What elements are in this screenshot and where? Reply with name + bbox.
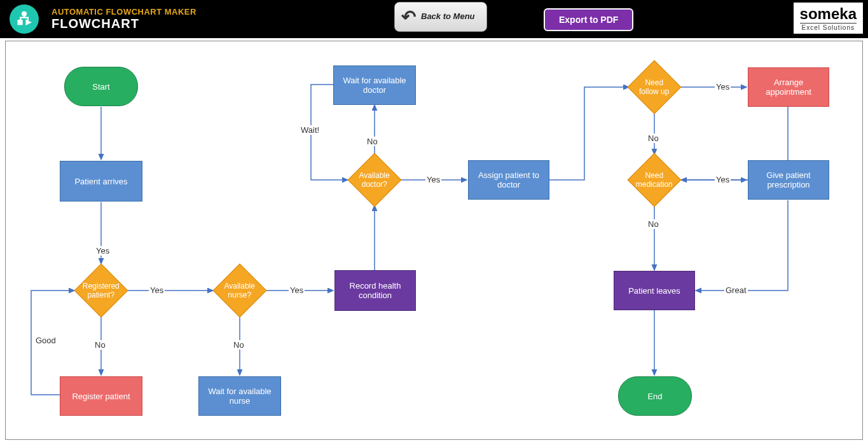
edge-label: Yes xyxy=(715,82,731,92)
app-header: AUTOMATIC FLOWCHART MAKER FLOWCHART ↶ Ba… xyxy=(0,0,868,38)
edge-label: No xyxy=(366,137,379,146)
edge-label: No xyxy=(647,219,660,229)
node-available-nurse[interactable]: Available nurse? xyxy=(213,264,267,318)
edge-label: Great xyxy=(724,285,748,295)
node-wait-nurse[interactable]: Wait for available nurse xyxy=(198,376,281,416)
export-pdf-button[interactable]: Export to PDF xyxy=(544,8,633,31)
node-give-prescription[interactable]: Give patient prescription xyxy=(748,160,829,200)
edge-label: Yes xyxy=(289,285,305,295)
svg-point-0 xyxy=(22,12,26,16)
edge-label: Yes xyxy=(95,246,111,256)
svg-rect-1 xyxy=(18,20,22,24)
edge-label: No xyxy=(647,134,660,143)
edge-label: Yes xyxy=(425,175,441,184)
node-start[interactable]: Start xyxy=(64,67,138,106)
app-subtitle: AUTOMATIC FLOWCHART MAKER xyxy=(52,7,196,17)
node-record-health[interactable]: Record health condition xyxy=(334,270,416,311)
node-need-medication[interactable]: Need medication xyxy=(628,153,682,207)
node-arrange-appointment[interactable]: Arrange appointment xyxy=(748,67,829,107)
node-registered-patient[interactable]: Registered patient? xyxy=(74,264,128,318)
edge-label: Yes xyxy=(149,285,165,295)
node-assign-patient[interactable]: Assign patient to doctor xyxy=(468,160,549,200)
app-logo-icon xyxy=(10,4,39,34)
node-wait-doctor[interactable]: Wait for available doctor xyxy=(333,65,416,105)
edge-label: No xyxy=(93,340,107,350)
brand-name: someka xyxy=(800,5,857,23)
flowchart-canvas: Start Patient arrives Registered patient… xyxy=(5,41,863,440)
brand-badge: someka Excel Solutions xyxy=(794,3,863,34)
back-to-menu-button[interactable]: ↶ Back to Menu xyxy=(394,2,487,32)
app-title: FLOWCHART xyxy=(52,17,196,31)
brand-subtitle: Excel Solutions xyxy=(800,23,857,31)
edge-label: Yes xyxy=(715,175,731,184)
node-need-followup[interactable]: Need follow up xyxy=(628,60,682,114)
node-patient-leaves[interactable]: Patient leaves xyxy=(614,271,695,310)
edge-label: No xyxy=(232,340,245,350)
edge-label: Good xyxy=(34,336,57,345)
edge-label: Wait! xyxy=(300,125,320,135)
node-end[interactable]: End xyxy=(618,376,692,416)
back-arrow-icon: ↶ xyxy=(401,6,416,27)
back-button-label: Back to Menu xyxy=(421,12,475,21)
node-available-doctor[interactable]: Available doctor? xyxy=(348,153,402,207)
node-patient-arrives[interactable]: Patient arrives xyxy=(60,161,142,202)
node-register-patient[interactable]: Register patient xyxy=(60,376,142,416)
